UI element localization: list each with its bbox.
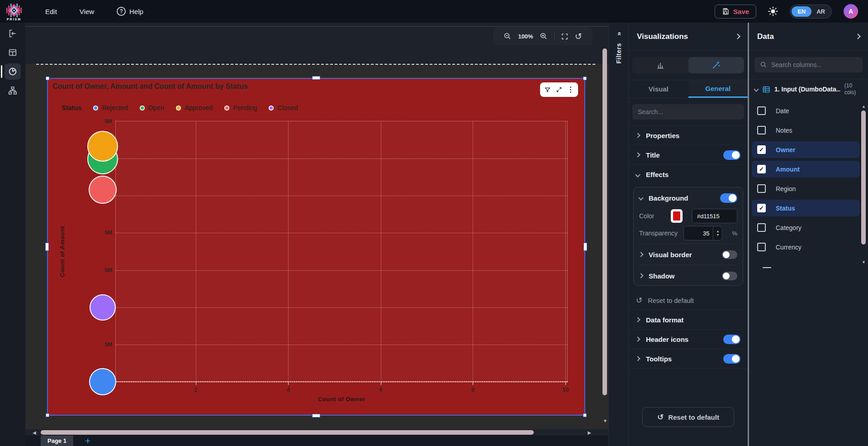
expand-filters-icon[interactable]: »	[615, 32, 622, 35]
save-button[interactable]: Save	[715, 5, 756, 19]
bubble-pending[interactable]	[89, 176, 117, 204]
background-row[interactable]: Background	[639, 188, 737, 207]
legend-items: RejectedOpenApprovedPendingClosed	[93, 104, 298, 111]
reset-view-icon[interactable]: ↺	[575, 32, 582, 41]
canvas-vertical-scrollbar[interactable]	[602, 48, 607, 395]
lang-en[interactable]: EN	[792, 6, 811, 17]
theme-sun-icon[interactable]	[768, 6, 778, 16]
resize-handle-top[interactable]	[312, 76, 320, 80]
filters-panel-tab[interactable]: » Filters	[608, 23, 629, 446]
checkbox-status[interactable]: ✓	[757, 204, 766, 212]
resize-handle-left[interactable]	[45, 243, 49, 251]
add-page-button[interactable]: +	[85, 436, 90, 446]
legend-item-pending[interactable]: Pending	[224, 104, 257, 111]
checkbox-notes[interactable]	[757, 126, 766, 134]
title-toggle[interactable]	[723, 150, 740, 160]
app-logo[interactable]: PRISM	[2, 2, 26, 21]
lang-ar[interactable]: AR	[811, 6, 830, 17]
transparency-input[interactable]: 35 ▲▼	[683, 226, 722, 240]
column-row-currency[interactable]: Currency	[752, 239, 860, 255]
more-options-icon[interactable]: ⋮	[567, 86, 574, 93]
background-toggle[interactable]	[720, 193, 737, 203]
resize-handle-top-right[interactable]	[583, 77, 587, 80]
visual-border-toggle[interactable]	[722, 250, 737, 259]
column-row-date[interactable]: Date	[752, 102, 860, 119]
column-row-owner[interactable]: ✓Owner	[752, 141, 860, 158]
checkbox-currency[interactable]	[757, 243, 766, 251]
fullscreen-icon[interactable]	[561, 33, 569, 40]
legend-item-approved[interactable]: Approved	[176, 104, 213, 111]
section-tooltips[interactable]: Tooltips	[629, 349, 748, 369]
legend-item-open[interactable]: Open	[140, 104, 164, 111]
tab-visual[interactable]: Visual	[629, 80, 688, 98]
flow-diagram-icon[interactable]	[5, 82, 21, 99]
checkbox-date[interactable]	[757, 106, 766, 115]
column-row-region[interactable]: Region	[752, 180, 860, 197]
resize-handle-bottom-left[interactable]	[46, 413, 49, 417]
section-data-format[interactable]: Data format	[629, 310, 748, 330]
shadow-row[interactable]: Shadow	[639, 267, 737, 284]
section-properties[interactable]: Properties	[629, 126, 748, 145]
resize-handle-bottom-right[interactable]	[583, 413, 587, 417]
filter-icon[interactable]	[544, 86, 551, 93]
format-mode-button[interactable]	[688, 57, 745, 73]
columns-search-input[interactable]	[771, 61, 857, 68]
color-hex-input[interactable]: #d11515	[692, 209, 737, 223]
resize-handle-top-left[interactable]	[46, 77, 49, 80]
checkbox-owner[interactable]: ✓	[757, 145, 766, 154]
data-scrollbar[interactable]	[861, 110, 866, 245]
resize-handle-bottom[interactable]	[312, 414, 320, 417]
bubble-approved[interactable]	[87, 131, 118, 162]
data-scroll-down-arrow[interactable]: ▼	[862, 260, 866, 264]
dataset-node[interactable]: 1. Input (DumboData.... (10 cols)	[749, 79, 868, 99]
section-effects[interactable]: Effects	[629, 165, 748, 184]
spinner-arrows-icon[interactable]: ▲▼	[713, 226, 722, 240]
layout-icon[interactable]	[5, 44, 21, 61]
charts-pie-icon[interactable]	[5, 63, 21, 80]
menu-view[interactable]: View	[80, 7, 94, 16]
column-row-notes[interactable]: Notes	[752, 122, 860, 139]
visual-border-row[interactable]: Visual border	[639, 246, 737, 263]
legend-item-rejected[interactable]: Rejected	[93, 104, 128, 111]
color-swatch[interactable]	[671, 209, 683, 223]
checkbox-amount[interactable]: ✓	[757, 165, 766, 173]
data-scroll-up-arrow[interactable]: ▲	[862, 104, 866, 109]
menu-help[interactable]: ? Help	[117, 7, 143, 16]
checkbox-category[interactable]	[757, 223, 766, 232]
section-header-icons[interactable]: Header icons	[629, 330, 748, 349]
zoom-out-icon[interactable]	[503, 32, 512, 40]
menu-edit[interactable]: Edit	[45, 7, 57, 16]
panel-divider[interactable]	[748, 23, 749, 446]
zoom-in-icon[interactable]	[540, 32, 548, 40]
page-tab[interactable]: Page 1	[41, 436, 73, 446]
legend-item-closed[interactable]: Closed	[269, 104, 298, 111]
tab-general[interactable]: General	[688, 80, 748, 98]
language-toggle[interactable]: EN AR	[790, 5, 832, 19]
chart-widget[interactable]: Count of Owner, Amount and Count of Amou…	[47, 78, 585, 416]
horizontal-scroll-thumb[interactable]	[41, 430, 534, 435]
avatar[interactable]: A	[844, 4, 858, 19]
column-row-amount[interactable]: ✓Amount	[752, 161, 860, 177]
reset-to-default-link[interactable]: ↺ Reset to default	[629, 291, 748, 310]
chart-type-mode-button[interactable]	[632, 57, 688, 73]
collapse-panel-icon[interactable]	[5, 25, 21, 42]
bubble-rejected[interactable]	[89, 368, 116, 395]
column-row-status[interactable]: ✓Status	[752, 200, 860, 216]
viz-search-input[interactable]	[638, 108, 739, 115]
column-row-category[interactable]: Category	[752, 219, 860, 236]
expand-icon[interactable]	[556, 86, 562, 93]
checkbox-region[interactable]	[757, 184, 766, 193]
collapse-data-icon[interactable]	[855, 34, 861, 39]
scroll-right-arrow[interactable]: ▶	[588, 430, 591, 435]
canvas[interactable]: 100% ↺ Count of Owner, Amount and Count …	[25, 23, 608, 446]
shadow-toggle[interactable]	[722, 272, 737, 280]
header-icons-toggle[interactable]	[723, 335, 740, 344]
reset-to-default-button[interactable]: ↺ Reset to default	[642, 407, 734, 427]
tooltips-toggle[interactable]	[723, 354, 740, 364]
scroll-down-arrow[interactable]: ▼	[603, 418, 607, 423]
resize-handle-right[interactable]	[583, 243, 587, 251]
scroll-left-arrow[interactable]: ◀	[33, 430, 36, 435]
collapse-visualizations-icon[interactable]	[735, 34, 740, 39]
bubble-closed[interactable]	[90, 294, 116, 321]
section-title[interactable]: Title	[629, 145, 748, 165]
